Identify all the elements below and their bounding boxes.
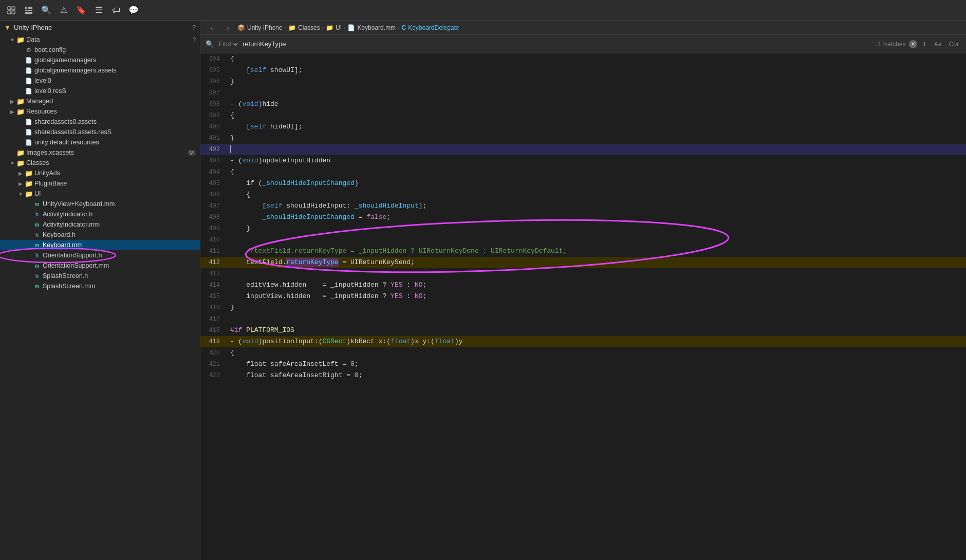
code-line-414: 414 editView.hidden = _inputHidden ? YES… (200, 279, 966, 291)
line-number: 419 (200, 336, 226, 347)
line-content: if (_shouldHideInputChanged) (226, 178, 966, 189)
sidebar-item-sharedassets0-ress[interactable]: 📄 sharedassets0.assets.resS (0, 127, 200, 137)
sidebar-item-images-xcassets[interactable]: 📁 Images.xcassets M (0, 147, 200, 158)
line-number: 421 (200, 359, 226, 370)
sidebar-item-managed[interactable]: ▶ 📁 Managed (0, 96, 200, 106)
sidebar-item-splashscreen-h[interactable]: h SplashScreen.h (0, 271, 200, 281)
sidebar-item-level0-ress[interactable]: 📄 level0.resS (0, 86, 200, 96)
sidebar-item-globalgamemanagers[interactable]: 📄 globalgamemanagers (0, 55, 200, 65)
search-toolbar-icon[interactable]: 🔍 (39, 3, 53, 17)
search-options-label[interactable]: Cor (947, 40, 961, 49)
line-content (226, 268, 966, 279)
sidebar-item-level0[interactable]: 📄 level0 (0, 76, 200, 86)
sidebar-item-label: UnityAds (34, 170, 60, 177)
project-header: ▼ Unity-iPhone ? (0, 21, 200, 34)
spacer (16, 128, 25, 136)
sidebar-item-classes[interactable]: ▼ 📁 Classes (0, 158, 200, 168)
line-number: 399 (200, 110, 226, 121)
mm-file-icon: m (33, 262, 41, 270)
line-number: 400 (200, 121, 226, 133)
sidebar-item-unityview-keyboard[interactable]: m UnityView+Keyboard.mm (0, 199, 200, 209)
code-line-417: 417 (200, 313, 966, 325)
code-line-422: 422 float safeAreaInsetRight = 0; (200, 370, 966, 381)
code-line-401: 401 } (200, 133, 966, 144)
code-line-394: 394 { (200, 53, 966, 65)
sidebar-item-boot-config[interactable]: ⚙ boot.config (0, 45, 200, 55)
sidebar-item-splashscreen-mm[interactable]: m SplashScreen.mm (0, 281, 200, 291)
search-input[interactable] (243, 40, 874, 48)
line-content: { (226, 110, 966, 121)
h-file-icon: h (33, 210, 41, 218)
expand-arrow: ▶ (8, 97, 16, 105)
search-add-button[interactable]: + (920, 39, 929, 50)
spacer (25, 272, 33, 280)
grid-icon[interactable] (4, 3, 18, 17)
code-line-395: 395 [self showUI]; (200, 65, 966, 76)
breadcrumb-classes: Classes (298, 24, 320, 31)
line-number: 412 (200, 257, 226, 268)
project-name: Unity-iPhone (14, 24, 52, 31)
sidebar-item-activityindicator-mm[interactable]: m ActivityIndicator.mm (0, 219, 200, 230)
code-line-400: 400 [self hideUI]; (200, 121, 966, 133)
search-dropdown[interactable]: Find (217, 40, 239, 48)
line-number: 417 (200, 313, 226, 325)
sidebar-item-sharedassets0[interactable]: 📄 sharedassets0.assets (0, 117, 200, 127)
breadcrumb-project-icon: 📦 (237, 24, 245, 31)
expand-arrow: ▼ (16, 190, 25, 198)
line-content: { (226, 189, 966, 200)
project-help-icon[interactable]: ? (192, 24, 196, 31)
tag-icon[interactable]: 🏷 (109, 3, 123, 17)
folder-icon: 📁 (25, 169, 33, 177)
h-file-icon: h (33, 231, 41, 239)
main-layout: ▼ Unity-iPhone ? ▼ 📁 Data ? ⚙ boot.confi… (0, 21, 966, 560)
sidebar-item-orientationsupport-mm[interactable]: m OrientationSupport.mm (0, 260, 200, 271)
warning-icon[interactable]: ⚠ (57, 3, 71, 17)
sidebar-item-activityindicator-h[interactable]: h ActivityIndicator.h (0, 209, 200, 219)
code-line-413: 413 (200, 268, 966, 279)
nav-forward-button[interactable]: › (221, 21, 235, 35)
sidebar-item-data[interactable]: ▼ 📁 Data ? (0, 34, 200, 45)
line-content: [self shouldHideInput: _shouldHideInput]… (226, 200, 966, 212)
sidebar-item-label: PluginBase (34, 180, 67, 187)
line-content: } (226, 302, 966, 313)
search-clear-button[interactable]: ✕ (909, 40, 917, 48)
breadcrumb-file-icon: 📄 (347, 24, 355, 31)
line-number: 420 (200, 347, 226, 359)
project-folder-icon: ▼ (4, 24, 11, 31)
file-icon: 📄 (25, 66, 33, 74)
sidebar-item-orientationsupport-h[interactable]: h OrientationSupport.h (0, 250, 200, 260)
sidebar-item-label: ActivityIndicator.h (43, 211, 92, 218)
line-content: } (226, 223, 966, 234)
hierarchy-icon[interactable] (22, 3, 36, 17)
sidebar-item-unityads[interactable]: ▶ 📁 UnityAds (0, 168, 200, 178)
svg-rect-6 (30, 7, 32, 9)
sidebar-item-resources[interactable]: ▶ 📁 Resources (0, 106, 200, 117)
code-line-402: 402 (200, 144, 966, 155)
spacer (25, 241, 33, 249)
sidebar-item-unity-default[interactable]: 📄 unity default resources (0, 137, 200, 147)
sidebar-item-globalgamemanagers-assets[interactable]: 📄 globalgamemanagers.assets (0, 65, 200, 76)
code-editor[interactable]: 394 { 395 [self showUI]; 396 } 397 398 (200, 53, 966, 560)
breadcrumb-classes-icon: 📁 (288, 24, 296, 31)
sidebar-item-ui[interactable]: ▼ 📁 UI (0, 189, 200, 199)
bookmark-icon[interactable]: 🔖 (74, 3, 88, 17)
data-help[interactable]: ? (193, 36, 196, 43)
nav-back-button[interactable]: ‹ (205, 21, 219, 35)
file-icon: 📄 (25, 87, 33, 95)
message-icon[interactable]: 💬 (126, 3, 141, 17)
line-number: 406 (200, 189, 226, 200)
line-number: 403 (200, 155, 226, 166)
sidebar-item-keyboard-mm[interactable]: m Keyboard.mm (0, 240, 200, 250)
list-icon[interactable]: ☰ (91, 3, 106, 17)
folder-icon: 📁 (25, 179, 33, 188)
sidebar-item-label: sharedassets0.assets (34, 118, 97, 125)
spacer (25, 200, 33, 208)
file-icon: 📄 (25, 56, 33, 64)
line-content (226, 234, 966, 246)
code-line-420: 420 { (200, 347, 966, 359)
sidebar-item-pluginbase[interactable]: ▶ 📁 PluginBase (0, 178, 200, 189)
sidebar-item-keyboard-h[interactable]: h Keyboard.h (0, 230, 200, 240)
file-icon: 📄 (25, 118, 33, 126)
match-case-button[interactable]: Aa (932, 40, 944, 49)
line-number: 407 (200, 200, 226, 212)
